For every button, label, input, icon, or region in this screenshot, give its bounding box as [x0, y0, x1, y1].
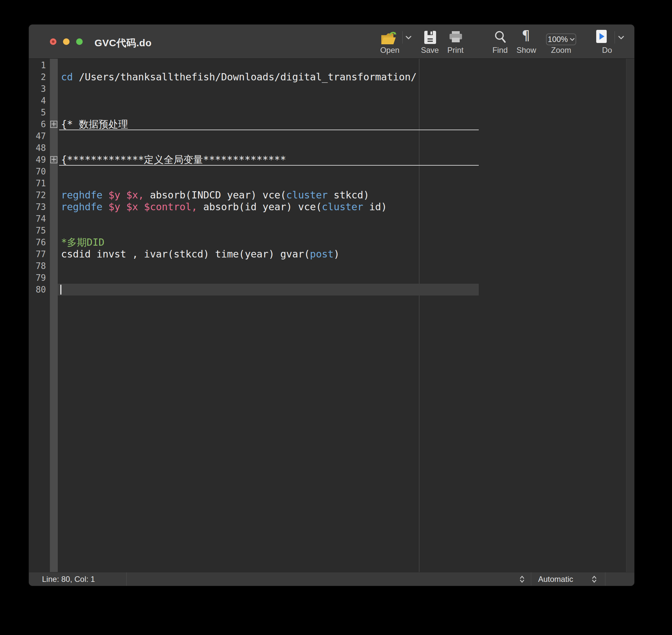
encoding-stepper-icon[interactable]: [591, 575, 597, 584]
line-number: 2: [29, 71, 46, 83]
code-line[interactable]: 49{*************定义全局变量**************: [29, 154, 634, 166]
code-line[interactable]: 71: [29, 177, 634, 189]
encoding-select-value[interactable]: Automatic: [538, 572, 573, 586]
find-button[interactable]: Find: [488, 25, 512, 58]
do-file-editor-window: GVC代码.do Open: [29, 25, 634, 586]
save-button[interactable]: Save: [418, 25, 442, 58]
code-line[interactable]: 3: [29, 83, 634, 95]
line-number: 6: [29, 118, 46, 130]
line-number: 79: [29, 272, 46, 284]
do-chevron-down-icon[interactable]: [618, 36, 624, 40]
code-text: {*************定义全局变量**************: [61, 154, 286, 166]
traffic-lights: [50, 38, 83, 45]
line-number: 70: [29, 166, 46, 177]
line-number: 71: [29, 177, 46, 189]
open-folder-icon[interactable]: [380, 31, 397, 46]
print-printer-icon: [449, 31, 463, 44]
line-number: 76: [29, 237, 46, 248]
code-text: {* 数据预处理: [61, 118, 128, 130]
code-line[interactable]: 1: [29, 59, 634, 71]
code-line[interactable]: 72reghdfe $y $x, absorb(INDCD year) vce(…: [29, 189, 634, 201]
code-line[interactable]: 76*多期DID: [29, 237, 634, 248]
save-button-label: Save: [418, 46, 442, 55]
open-button-group: Open: [370, 25, 419, 58]
code-text: csdid invst , ivar(stkcd) time(year) gva…: [61, 248, 340, 260]
status-bar: Line: 80, Col: 1 Automatic: [29, 572, 634, 586]
show-pilcrow-icon: ¶: [522, 28, 530, 43]
code-text: reghdfe $y $x, absorb(INDCD year) vce(cl…: [61, 189, 369, 201]
line-number: 74: [29, 213, 46, 225]
code-rows: 12cd /Users/thanksallthefish/Downloads/d…: [29, 59, 634, 295]
fold-marker-icon[interactable]: [50, 156, 58, 163]
open-button-label[interactable]: Open: [370, 46, 410, 55]
open-chevron-down-icon[interactable]: [406, 36, 411, 40]
print-button-label: Print: [443, 46, 467, 55]
code-line[interactable]: 79: [29, 272, 634, 284]
minimize-button[interactable]: [63, 38, 69, 45]
code-line[interactable]: 75: [29, 225, 634, 237]
line-number: 73: [29, 201, 46, 213]
do-button-group: Do: [591, 25, 630, 58]
code-line[interactable]: 74: [29, 213, 634, 225]
line-number: 80: [29, 284, 46, 295]
line-number: 3: [29, 83, 46, 95]
fold-marker-icon[interactable]: [50, 121, 58, 128]
zoom-chevron-down-icon: [570, 38, 575, 41]
line-number: 4: [29, 95, 46, 107]
code-text: reghdfe $y $x $control, absorb(id year) …: [61, 201, 387, 213]
code-line[interactable]: 78: [29, 260, 634, 272]
section-navigator-stepper-icon[interactable]: [519, 575, 525, 584]
toolbar-divider: [614, 31, 615, 44]
text-caret: [60, 285, 61, 294]
code-line[interactable]: 70: [29, 166, 634, 177]
line-number: 1: [29, 59, 46, 71]
code-editor[interactable]: 12cd /Users/thanksallthefish/Downloads/d…: [29, 59, 634, 572]
do-button-label[interactable]: Do: [591, 46, 624, 55]
code-line[interactable]: 5: [29, 107, 634, 118]
line-number: 75: [29, 225, 46, 237]
close-button[interactable]: [50, 38, 57, 45]
cursor-position: Line: 80, Col: 1: [42, 572, 95, 586]
statusbar-divider: [531, 572, 531, 586]
line-number: 49: [29, 154, 46, 166]
statusbar-divider: [126, 572, 127, 586]
print-button[interactable]: Print: [443, 25, 467, 58]
code-line[interactable]: 73reghdfe $y $x $control, absorb(id year…: [29, 201, 634, 213]
toolbar-divider: [402, 31, 403, 44]
line-number: 78: [29, 260, 46, 272]
save-floppy-icon: [424, 30, 436, 44]
titlebar: GVC代码.do Open: [29, 25, 634, 59]
zoom-control: 100% Zoom: [546, 25, 576, 58]
line-number: 5: [29, 107, 46, 118]
do-run-icon[interactable]: [596, 29, 607, 43]
code-line[interactable]: 6{* 数据预处理: [29, 118, 634, 130]
line-number: 72: [29, 189, 46, 201]
code-line[interactable]: 48: [29, 142, 634, 154]
desktop: { "window": { "title": "GVC代码.do" }, "to…: [0, 0, 672, 635]
zoom-label: Zoom: [546, 46, 576, 55]
code-text: *多期DID: [61, 237, 104, 248]
code-line[interactable]: 80: [29, 284, 634, 295]
line-number: 48: [29, 142, 46, 154]
maximize-button[interactable]: [76, 38, 83, 45]
line-number: 47: [29, 130, 46, 142]
code-line[interactable]: 4: [29, 95, 634, 107]
window-title: GVC代码.do: [94, 37, 152, 50]
show-button[interactable]: ¶ Show: [515, 25, 538, 58]
zoom-level-button[interactable]: 100%: [546, 34, 576, 45]
code-line[interactable]: 77csdid invst , ivar(stkcd) time(year) g…: [29, 248, 634, 260]
code-text: cd /Users/thanksallthefish/Downloads/dig…: [61, 71, 417, 83]
line-number: 77: [29, 248, 46, 260]
code-line[interactable]: 47: [29, 130, 634, 142]
find-magnifier-icon: [494, 30, 507, 44]
zoom-level-value: 100%: [548, 35, 568, 44]
statusbar-divider: [605, 572, 605, 586]
code-line[interactable]: 2cd /Users/thanksallthefish/Downloads/di…: [29, 71, 634, 83]
show-button-label: Show: [515, 46, 538, 55]
find-button-label: Find: [488, 46, 512, 55]
